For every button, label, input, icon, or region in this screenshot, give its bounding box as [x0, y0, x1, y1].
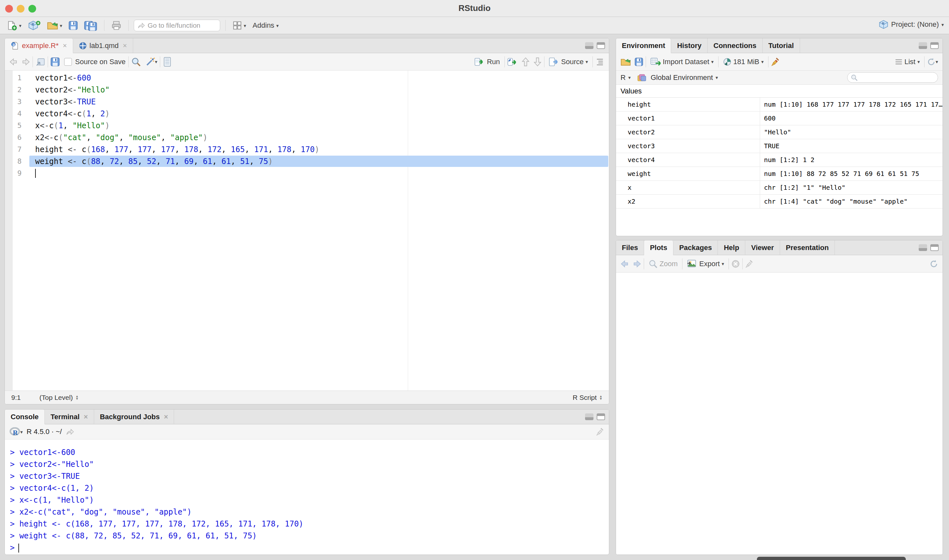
run-next-chunk-icon[interactable]: [533, 57, 542, 67]
environment-search-box[interactable]: [847, 72, 938, 83]
maximize-pane-icon[interactable]: [930, 42, 939, 49]
clear-environment-broom-icon[interactable]: [771, 57, 780, 66]
document-outline-icon[interactable]: [595, 58, 604, 66]
console-output[interactable]: > vector1<-600> vector2<-"Hello"> vector…: [5, 440, 609, 554]
memory-usage-button[interactable]: 181 MiB ▾: [721, 57, 766, 67]
env-row[interactable]: vector2"Hello": [616, 125, 943, 139]
list-view-button[interactable]: List ▾: [893, 57, 922, 67]
clear-console-broom-icon[interactable]: [596, 428, 604, 436]
pane-layout-button[interactable]: ▾: [231, 20, 248, 31]
tab-plots[interactable]: Plots: [644, 240, 673, 255]
open-file-button[interactable]: ▾: [45, 20, 65, 31]
env-row[interactable]: vector4num [1:2] 1 2: [616, 153, 943, 167]
scope-selector[interactable]: (Top Level): [39, 394, 73, 402]
env-row[interactable]: heightnum [1:10] 168 177 177 177 178 172…: [616, 98, 943, 111]
language-selector[interactable]: R: [621, 74, 625, 82]
tab-environment[interactable]: Environment: [616, 38, 671, 53]
load-workspace-icon[interactable]: [621, 58, 631, 66]
save-button[interactable]: [67, 20, 80, 31]
tab-help[interactable]: Help: [718, 240, 745, 255]
env-row[interactable]: xchr [1:2] "1" "Hello": [616, 181, 943, 195]
chevron-down-icon[interactable]: ▾: [716, 75, 718, 80]
close-icon[interactable]: ×: [123, 42, 127, 50]
clear-plots-broom-icon[interactable]: [745, 260, 754, 268]
tab-connections[interactable]: Connections: [707, 38, 763, 53]
refresh-plot-icon[interactable]: [930, 260, 938, 268]
code-line[interactable]: 3vector3<-TRUE: [5, 96, 609, 108]
addins-button[interactable]: Addins ▾: [251, 20, 281, 31]
code-tools-wand-icon[interactable]: [145, 57, 155, 67]
tab-lab1-qmd[interactable]: lab1.qmd ×: [73, 38, 133, 53]
next-plot-icon[interactable]: [632, 260, 641, 268]
chevron-down-icon[interactable]: ▾: [935, 59, 938, 64]
code-line[interactable]: 6x2<-c("cat", "dog", "mouse", "apple"): [5, 131, 609, 143]
maximize-pane-icon[interactable]: [930, 244, 939, 251]
r-logo-icon[interactable]: [9, 427, 20, 436]
tab-packages[interactable]: Packages: [673, 240, 718, 255]
refresh-icon[interactable]: [927, 58, 935, 66]
code-line[interactable]: 4vector4<-c(1, 2): [5, 108, 609, 120]
back-icon[interactable]: [9, 58, 18, 66]
doc-type-selector[interactable]: R Script: [573, 394, 597, 402]
code-line[interactable]: 5x<-c(1, "Hello"): [5, 120, 609, 131]
run-button[interactable]: Run: [473, 56, 502, 67]
tab-viewer[interactable]: Viewer: [745, 240, 780, 255]
env-row[interactable]: vector1600: [616, 111, 943, 125]
chevron-down-icon[interactable]: ▾: [155, 59, 158, 64]
save-workspace-icon[interactable]: [635, 58, 643, 66]
import-dataset-button[interactable]: Import Dataset ▾: [649, 56, 716, 67]
doc-type-arrows-icon[interactable]: ▲▼: [599, 395, 602, 400]
goto-directory-icon[interactable]: [66, 428, 74, 435]
code-line[interactable]: 2vector2<-"Hello": [5, 84, 609, 96]
goto-file-function-box[interactable]: [134, 20, 220, 31]
zoom-plot-button[interactable]: Zoom: [647, 258, 679, 269]
code-line[interactable]: 8weight <- c(88, 72, 85, 52, 71, 69, 61,…: [5, 155, 609, 167]
close-icon[interactable]: ×: [164, 413, 168, 421]
tab-background-jobs[interactable]: Background Jobs ×: [94, 409, 174, 424]
code-line[interactable]: 1vector1<-600: [5, 72, 609, 84]
source-button[interactable]: Source ▾: [547, 56, 590, 67]
env-row[interactable]: x2chr [1:4] "cat" "dog" "mouse" "apple": [616, 195, 943, 208]
tab-history[interactable]: History: [671, 38, 707, 53]
compile-report-icon[interactable]: [163, 57, 172, 67]
rerun-icon[interactable]: [507, 57, 518, 66]
close-icon[interactable]: ×: [63, 42, 67, 50]
chevron-down-icon[interactable]: ▾: [628, 75, 631, 80]
save-icon[interactable]: [51, 57, 60, 66]
search-icon[interactable]: [131, 57, 141, 67]
code-line[interactable]: 7height <- c(168, 177, 177, 177, 178, 17…: [5, 143, 609, 155]
code-line[interactable]: 9: [5, 167, 609, 179]
minimize-pane-icon[interactable]: [585, 42, 593, 49]
new-project-button[interactable]: [26, 19, 43, 32]
minimize-pane-icon[interactable]: [919, 244, 927, 251]
tab-example-r[interactable]: example.R* ×: [5, 38, 73, 53]
chevron-down-icon[interactable]: ▾: [244, 23, 246, 28]
forward-icon[interactable]: [21, 58, 30, 66]
chevron-down-icon[interactable]: ▾: [19, 23, 22, 28]
export-plot-button[interactable]: Export ▾: [685, 258, 726, 269]
env-row[interactable]: weightnum [1:10] 88 72 85 52 71 69 61 61…: [616, 167, 943, 181]
minimize-pane-icon[interactable]: [919, 42, 927, 49]
tab-terminal[interactable]: Terminal ×: [45, 409, 94, 424]
previous-plot-icon[interactable]: [621, 260, 630, 268]
scope-selector-arrows-icon[interactable]: ▲▼: [75, 395, 79, 400]
run-previous-chunk-icon[interactable]: [522, 57, 530, 67]
project-menu-button[interactable]: Project: (None) ▾: [878, 20, 944, 29]
tab-tutorial[interactable]: Tutorial: [763, 38, 800, 53]
tab-files[interactable]: Files: [616, 240, 644, 255]
global-environment-selector[interactable]: Global Environment: [650, 74, 713, 82]
maximize-pane-icon[interactable]: [597, 42, 605, 49]
print-button[interactable]: [109, 20, 123, 31]
code-editor[interactable]: 1vector1<-6002vector2<-"Hello"3vector3<-…: [5, 71, 609, 391]
env-row[interactable]: vector3TRUE: [616, 139, 943, 153]
minimize-pane-icon[interactable]: [585, 413, 593, 420]
new-file-button[interactable]: ▾: [5, 20, 23, 32]
environment-search-input[interactable]: [860, 74, 931, 81]
tab-presentation[interactable]: Presentation: [780, 240, 835, 255]
save-all-button[interactable]: [82, 19, 99, 32]
tab-console[interactable]: Console: [5, 409, 45, 425]
chevron-down-icon[interactable]: ▾: [20, 429, 23, 434]
remove-plot-icon[interactable]: [732, 260, 740, 268]
maximize-pane-icon[interactable]: [597, 413, 605, 420]
source-on-save-checkbox[interactable]: [64, 58, 72, 66]
